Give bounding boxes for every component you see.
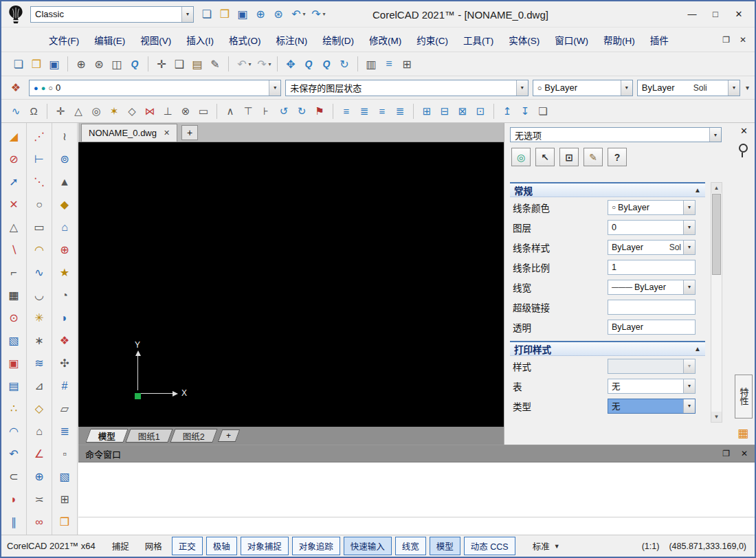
filled-diamond-icon[interactable]: ◆ <box>54 193 75 216</box>
selection-filter-combo[interactable]: 无选项 ▾ <box>510 127 722 142</box>
chevron-down-icon[interactable]: ▾ <box>683 359 695 373</box>
add-sheet-button[interactable]: + <box>218 429 241 442</box>
chevron-down-icon[interactable]: ▾ <box>269 80 280 96</box>
palette-close-icon[interactable]: ✕ <box>740 126 748 136</box>
polygon-icon[interactable]: ⌂ <box>29 420 49 443</box>
chevron-down-icon[interactable]: ▾ <box>728 80 740 96</box>
print-icon[interactable]: ⊕ <box>72 55 90 73</box>
pentagon-icon[interactable]: ⌂ <box>54 216 75 238</box>
menu-format[interactable]: 格式(O) <box>221 30 269 50</box>
esnap-tangent-icon[interactable]: ⊗ <box>177 102 194 120</box>
menu-file[interactable]: 文件(F) <box>41 30 87 50</box>
layer-select-combo[interactable]: 0 ▾ <box>608 220 696 235</box>
layer-walk-icon[interactable]: ↧ <box>516 102 534 120</box>
squiggle-icon[interactable]: ≀ <box>54 125 75 148</box>
line-style-combo[interactable]: ByLayer Sol ▾ <box>608 240 696 255</box>
midpoint-track-icon[interactable]: ∧ <box>221 102 239 120</box>
parallel-lines-icon[interactable]: ∥ <box>3 511 24 533</box>
line-color-combo[interactable]: ○ ByLayer ▾ <box>533 80 633 96</box>
parallelogram-icon[interactable]: ▱ <box>54 397 75 420</box>
model-toggle[interactable]: 模型 <box>430 537 460 555</box>
layer-hide-icon[interactable]: ≡ <box>373 102 391 120</box>
chevron-down-icon[interactable]: ▾ <box>683 201 695 214</box>
menu-help[interactable]: 帮助(H) <box>596 30 643 50</box>
scrollbar-thumb[interactable] <box>712 194 721 275</box>
crosshair-icon[interactable]: ⊕ <box>54 238 75 261</box>
esnap-node-icon[interactable]: ✶ <box>105 102 123 120</box>
print-icon[interactable]: ⊕ <box>252 5 269 23</box>
undo-menu-icon[interactable]: ▾ <box>247 55 253 73</box>
collapse-icon[interactable]: ▲ <box>694 345 701 353</box>
line-color-combo[interactable]: ○ ByLayer ▾ <box>608 200 696 215</box>
zoom-sheet-icon[interactable]: Q <box>126 55 144 73</box>
copy-to-layer-icon[interactable]: ❏ <box>534 102 552 120</box>
sheet-icon[interactable]: ▥ <box>362 55 380 73</box>
section-print-style[interactable]: 打印样式 ▲ <box>510 341 705 356</box>
ccs-toggle[interactable]: 动态 CCS <box>464 537 515 555</box>
line-weight-combo[interactable]: ——— ByLayer ▾ <box>608 280 696 295</box>
pan-icon[interactable]: ✥ <box>282 55 300 73</box>
layer-manager-icon[interactable]: ❖ <box>7 79 25 97</box>
curve-arrow-icon[interactable]: ↶ <box>3 443 24 465</box>
transparency-input[interactable]: ByLayer ▾ <box>608 320 696 335</box>
half-disc-icon[interactable]: ◗ <box>54 306 75 329</box>
section-general[interactable]: 常规 ▲ <box>510 182 705 197</box>
chevron-down-icon[interactable]: ▾ <box>683 241 695 254</box>
drawing-canvas[interactable]: Y X <box>78 142 504 427</box>
triangle-icon[interactable]: △ <box>3 216 24 238</box>
chevron-down-icon[interactable]: ▾ <box>683 221 695 234</box>
layers-manager-icon[interactable]: ≡ <box>380 55 398 73</box>
c-shape-icon[interactable]: ⊂ <box>3 465 24 488</box>
menu-dimension[interactable]: 标注(N) <box>269 30 315 50</box>
scatter-points-icon[interactable]: ∴ <box>3 397 24 420</box>
loop-icon[interactable]: ∞ <box>29 511 49 533</box>
menu-insert[interactable]: 插入(I) <box>179 30 221 50</box>
close-document-icon[interactable]: ✕ <box>740 35 746 45</box>
minimize-button[interactable]: — <box>680 5 704 23</box>
tab-sheet1[interactable]: 图纸1 <box>125 429 173 443</box>
red-square-icon[interactable]: ▣ <box>3 352 24 375</box>
esnap-intersection-icon[interactable]: ⋈ <box>141 102 159 120</box>
snap-toggle[interactable]: 捕捉 <box>106 537 135 555</box>
layer-unlock-icon[interactable]: ⊡ <box>471 102 489 120</box>
menu-window[interactable]: 窗口(W) <box>547 30 596 50</box>
menu-tools[interactable]: 工具(T) <box>456 30 501 50</box>
arrow-ne-icon[interactable]: ➚ <box>3 170 24 193</box>
intersection-track-icon[interactable]: ⊦ <box>257 102 275 120</box>
chevron-down-icon[interactable]: ▾ <box>181 7 193 22</box>
zoom-window-icon[interactable]: Q <box>318 55 335 73</box>
menu-solids[interactable]: 实体(S) <box>501 30 547 50</box>
close-button[interactable]: ✕ <box>727 5 751 23</box>
save-icon[interactable]: ▣ <box>45 55 63 73</box>
zoom-in-icon[interactable]: Q <box>300 55 318 73</box>
esnap-midpoint-icon[interactable]: △ <box>69 102 87 120</box>
publish-icon[interactable]: ⊛ <box>90 55 108 73</box>
arc-tool-icon[interactable]: ◠ <box>29 238 49 261</box>
restore-window-icon[interactable]: ❐ <box>722 35 730 45</box>
layer-lock-icon[interactable]: ⊠ <box>454 102 471 120</box>
workspace-combo[interactable]: Classic ▾ <box>30 6 194 23</box>
esnap-nearest-icon[interactable]: ▭ <box>194 102 212 120</box>
layer-freeze-icon[interactable]: ⊞ <box>418 102 436 120</box>
shaded-square-icon[interactable]: ▧ <box>54 465 75 488</box>
chevron-down-icon[interactable]: ▾ <box>683 379 695 393</box>
esnap-center-icon[interactable]: ◎ <box>87 102 105 120</box>
scroll-up-icon[interactable]: ▲ <box>711 183 722 193</box>
quad-diamond-icon[interactable]: ❖ <box>54 329 75 352</box>
right-triangle-icon[interactable]: ⊿ <box>29 375 49 397</box>
print-style-combo[interactable]: ▾ <box>608 359 696 374</box>
star-icon[interactable]: ★ <box>54 261 75 284</box>
help-icon[interactable]: ? <box>608 148 627 166</box>
new-tab-button[interactable]: + <box>181 125 198 140</box>
diagonal-line-icon[interactable]: ∖ <box>3 238 24 261</box>
point-icon[interactable]: ∗ <box>29 329 49 352</box>
table-icon[interactable]: ⊞ <box>54 488 75 511</box>
d-shape-icon[interactable]: ◗ <box>3 488 24 511</box>
rectangle-tool-icon[interactable]: ▭ <box>29 216 49 238</box>
dashed-box-icon[interactable]: ▧ <box>3 329 24 352</box>
palette-scrollbar[interactable]: ▲ ▼ <box>711 182 722 423</box>
angle-icon[interactable]: ∠ <box>29 443 49 465</box>
menu-view[interactable]: 视图(V) <box>133 30 179 50</box>
layer-thaw-icon[interactable]: ⊟ <box>436 102 454 120</box>
etrack-toggle[interactable]: 对象追踪 <box>292 537 340 555</box>
